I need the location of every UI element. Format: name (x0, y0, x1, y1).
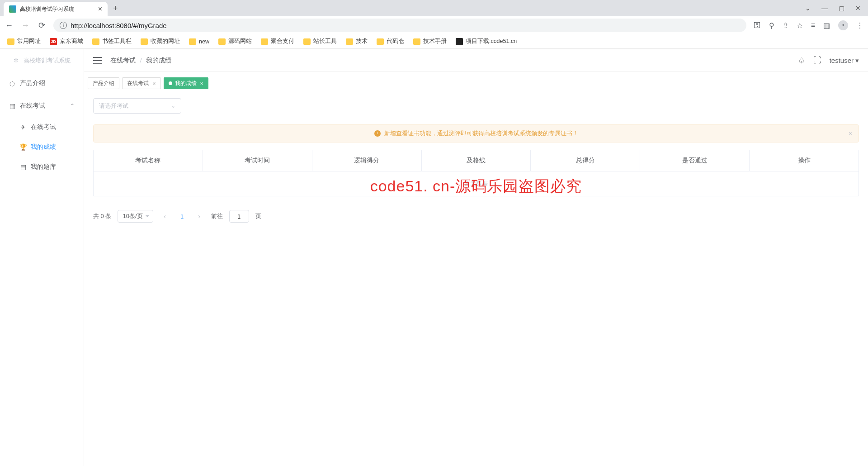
paper-plane-icon: ✈ (20, 124, 26, 130)
user-menu[interactable]: testuser ▾ (830, 57, 859, 65)
close-tab-icon[interactable]: × (152, 80, 156, 87)
th-total-score: 总得分 (531, 150, 640, 171)
total-text: 共 0 条 (93, 212, 111, 220)
jump-input[interactable] (229, 210, 249, 223)
page-number[interactable]: 1 (177, 213, 188, 220)
back-button[interactable]: ← (5, 21, 14, 30)
close-tab-icon[interactable]: × (200, 80, 204, 87)
profile-avatar[interactable]: • (838, 20, 848, 30)
bookmark-item[interactable]: 书签工具栏 (92, 38, 132, 45)
folder-icon (413, 38, 420, 45)
bookmark-item[interactable]: 技术 (346, 38, 368, 45)
sidebar-item-exam[interactable]: ▦ 在线考试 ⌃ (0, 95, 84, 117)
page-tab-product[interactable]: 产品介绍 (88, 77, 119, 89)
sidebar-sub-my-grade[interactable]: 🏆 我的成绩 (0, 137, 84, 157)
main-area: 在线考试 / 我的成绩 ♤ ⛶ testuser ▾ 产品介绍 在线考试 × (84, 49, 868, 466)
bookmark-item[interactable]: 聚合支付 (261, 38, 294, 45)
sidebar-toggle[interactable] (93, 57, 102, 64)
address-bar[interactable]: i http://localhost:8080/#/myGrade (53, 19, 746, 32)
sidebar-brand: ✲ 高校培训考试系统 (0, 49, 84, 72)
page-size-select[interactable]: 10条/页 (118, 210, 153, 223)
folder-icon (218, 38, 226, 45)
folder-icon (346, 38, 353, 45)
pagination: 共 0 条 10条/页 ‹ 1 › 前往 页 (93, 210, 859, 223)
prev-page-button[interactable]: ‹ (160, 213, 170, 220)
bookmark-item[interactable]: new (189, 38, 209, 45)
breadcrumb-sep: / (140, 57, 142, 64)
zoom-icon[interactable]: ⚲ (769, 21, 774, 30)
dashboard-icon: ◌ (9, 80, 15, 86)
bookmark-item[interactable]: 技术手册 (413, 38, 447, 45)
breadcrumb-item[interactable]: 在线考试 (110, 57, 136, 64)
menu-icon[interactable]: ⋮ (856, 21, 863, 30)
page-tab-grade[interactable]: 我的成绩 × (164, 77, 209, 89)
bookmark-star-icon[interactable]: ☆ (797, 21, 803, 30)
trophy-icon: 🏆 (20, 144, 26, 150)
toolbar-right: ⚿ ⚲ ⇪ ☆ ≡ ▥ • ⋮ (754, 20, 863, 30)
key-icon[interactable]: ⚿ (754, 21, 761, 29)
bookmark-item[interactable]: 项目下载:code51.cn (456, 38, 517, 45)
bookmark-item[interactable]: 常用网址 (7, 38, 41, 45)
alert-text: 新增查看证书功能，通过测评即可获得高校培训考试系统颁发的专属证书！ (384, 129, 578, 138)
table-header: 考试名称 考试时间 逻辑得分 及格线 总得分 是否通过 操作 (94, 150, 859, 171)
topbar-right: ♤ ⛶ testuser ▾ (798, 56, 859, 66)
browser-chrome: 高校培训考试学习系统 × + ⌄ — ▢ ✕ ← → ⟳ i http://lo… (0, 0, 868, 49)
table-empty: 暂无数据 (94, 171, 859, 196)
bookmarks-bar: 常用网址 JD京东商城 书签工具栏 收藏的网址 new 源码网站 聚合支付 站长… (0, 34, 868, 49)
maximize-icon[interactable]: ▢ (839, 5, 844, 12)
alert-close-icon[interactable]: × (849, 130, 852, 137)
fullscreen-icon[interactable]: ⛶ (813, 56, 821, 65)
code51-icon (456, 38, 463, 45)
bell-icon[interactable]: ♤ (798, 56, 805, 66)
exam-select[interactable]: 请选择考试 ⌄ (93, 98, 181, 114)
window-controls: ⌄ — ▢ ✕ (805, 5, 868, 12)
sidebar-item-product[interactable]: ◌ 产品介绍 (0, 72, 84, 95)
bookmark-item[interactable]: 源码网站 (218, 38, 252, 45)
warning-icon: ! (374, 130, 381, 137)
reading-list-icon[interactable]: ≡ (811, 21, 815, 29)
bookmark-item[interactable]: 站长工具 (303, 38, 337, 45)
sidebar-sub-online-exam[interactable]: ✈ 在线考试 (0, 117, 84, 137)
page-tab-exam[interactable]: 在线考试 × (122, 77, 161, 89)
side-panel-icon[interactable]: ▥ (823, 21, 830, 30)
folder-icon (7, 38, 14, 45)
jump-prefix: 前往 (211, 212, 223, 220)
breadcrumb-item: 我的成绩 (146, 57, 171, 64)
th-action: 操作 (750, 150, 859, 171)
folder-icon (303, 38, 311, 45)
book-icon: ▤ (20, 164, 26, 170)
dropdown-icon[interactable]: ⌄ (805, 5, 811, 12)
chevron-down-icon: ▾ (855, 57, 859, 65)
forward-button: → (21, 21, 30, 30)
chevron-down-icon: ⌄ (171, 103, 175, 109)
app-root: ✲ 高校培训考试系统 ◌ 产品介绍 ▦ 在线考试 ⌃ ✈ 在线考试 🏆 我的成绩… (0, 49, 868, 466)
jump-suffix: 页 (255, 212, 261, 220)
site-info-icon[interactable]: i (60, 22, 67, 29)
browser-tab[interactable]: 高校培训考试学习系统 × (4, 2, 108, 16)
new-tab-button[interactable]: + (113, 4, 118, 13)
content: 请选择考试 ⌄ ! 新增查看证书功能，通过测评即可获得高校培训考试系统颁发的专属… (84, 90, 868, 466)
address-row: ← → ⟳ i http://localhost:8080/#/myGrade … (0, 16, 868, 34)
tab-title: 高校培训考试学习系统 (20, 5, 74, 13)
breadcrumb: 在线考试 / 我的成绩 (110, 57, 171, 65)
next-page-button[interactable]: › (194, 213, 205, 220)
sidebar-sub-my-bank[interactable]: ▤ 我的题库 (0, 157, 84, 177)
minimize-icon[interactable]: — (821, 5, 828, 12)
folder-icon (261, 38, 268, 45)
grades-table: 考试名称 考试时间 逻辑得分 及格线 总得分 是否通过 操作 暂无数据 (93, 150, 859, 196)
url-text: http://localhost:8080/#/myGrade (71, 22, 167, 29)
bookmark-item[interactable]: 代码仓 (377, 38, 404, 45)
alert-banner: ! 新增查看证书功能，通过测评即可获得高校培训考试系统颁发的专属证书！ × (93, 124, 859, 143)
th-logic-score: 逻辑得分 (312, 150, 422, 171)
reload-button[interactable]: ⟳ (37, 20, 46, 30)
select-placeholder: 请选择考试 (99, 102, 128, 110)
share-icon[interactable]: ⇪ (783, 21, 788, 30)
sidebar: ✲ 高校培训考试系统 ◌ 产品介绍 ▦ 在线考试 ⌃ ✈ 在线考试 🏆 我的成绩… (0, 49, 84, 466)
bookmark-item[interactable]: 收藏的网址 (141, 38, 180, 45)
bookmark-item[interactable]: JD京东商城 (50, 38, 83, 45)
close-window-icon[interactable]: ✕ (855, 5, 861, 12)
tab-close-icon[interactable]: × (98, 5, 102, 13)
folder-icon (92, 38, 99, 45)
favicon-icon (9, 5, 16, 13)
topbar: 在线考试 / 我的成绩 ♤ ⛶ testuser ▾ (84, 49, 868, 72)
